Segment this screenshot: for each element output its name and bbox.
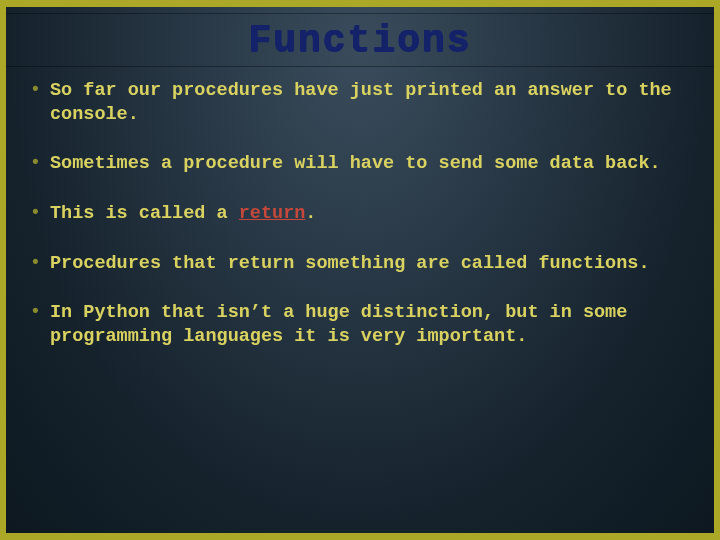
- title-bar: Functions: [6, 13, 714, 67]
- bullet-text: Sometimes a procedure will have to send …: [50, 153, 661, 174]
- bullet-text: This is called a: [50, 203, 239, 224]
- slide-content: So far our procedures have just printed …: [28, 79, 692, 521]
- slide-title: Functions: [248, 19, 471, 62]
- list-item: This is called a return.: [28, 202, 692, 226]
- bullet-text: Procedures that return something are cal…: [50, 253, 650, 274]
- bullet-text: In Python that isn’t a huge distinction,…: [50, 302, 627, 347]
- slide: Functions So far our procedures have jus…: [6, 7, 714, 533]
- list-item: So far our procedures have just printed …: [28, 79, 692, 126]
- bullet-post: .: [305, 203, 316, 224]
- list-item: In Python that isn’t a huge distinction,…: [28, 301, 692, 348]
- bullet-list: So far our procedures have just printed …: [28, 79, 692, 349]
- bullet-text: So far our procedures have just printed …: [50, 80, 672, 125]
- list-item: Sometimes a procedure will have to send …: [28, 152, 692, 176]
- bullet-em: return: [239, 203, 306, 224]
- list-item: Procedures that return something are cal…: [28, 252, 692, 276]
